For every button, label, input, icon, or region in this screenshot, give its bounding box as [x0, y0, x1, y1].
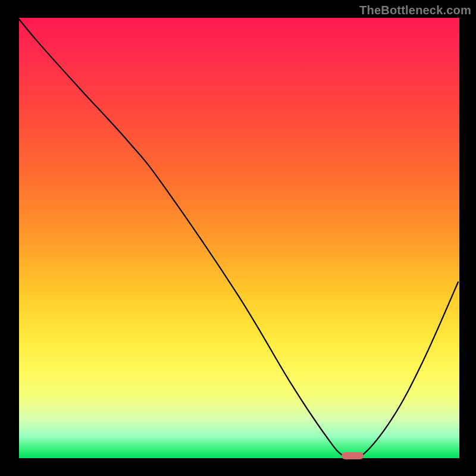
chart-frame — [18, 18, 458, 458]
bottleneck-curve — [18, 18, 458, 458]
minimum-marker — [342, 452, 364, 459]
watermark-label: TheBottleneck.com — [359, 4, 471, 17]
